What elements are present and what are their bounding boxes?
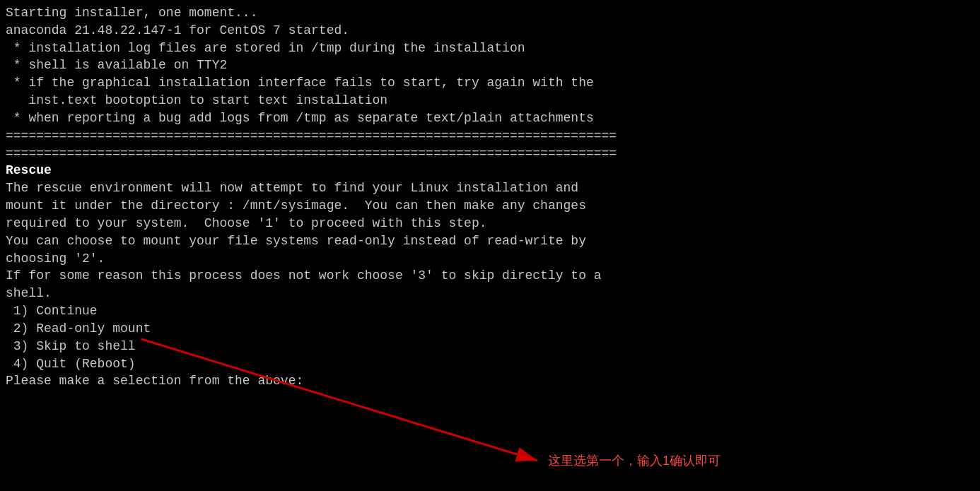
terminal-line: * when reporting a bug add logs from /tm… [6,110,974,127]
terminal-line: * installation log files are stored in /… [6,40,974,57]
terminal-line: The rescue environment will now attempt … [6,179,974,197]
terminal-line: inst.text bootoption to start text insta… [6,92,974,110]
terminal-line: anaconda 21.48.22.147-1 for CentOS 7 sta… [6,22,974,40]
terminal-line: Starting installer, one moment... [6,4,974,22]
terminal-line: * if the graphical installation interfac… [6,74,974,92]
annotation-arrow [0,208,980,491]
terminal-line: * shell is available on TTY2 [6,57,974,74]
divider-line: ========================================… [6,127,974,145]
section-title: Rescue [6,162,974,179]
divider-line: ========================================… [6,145,974,162]
